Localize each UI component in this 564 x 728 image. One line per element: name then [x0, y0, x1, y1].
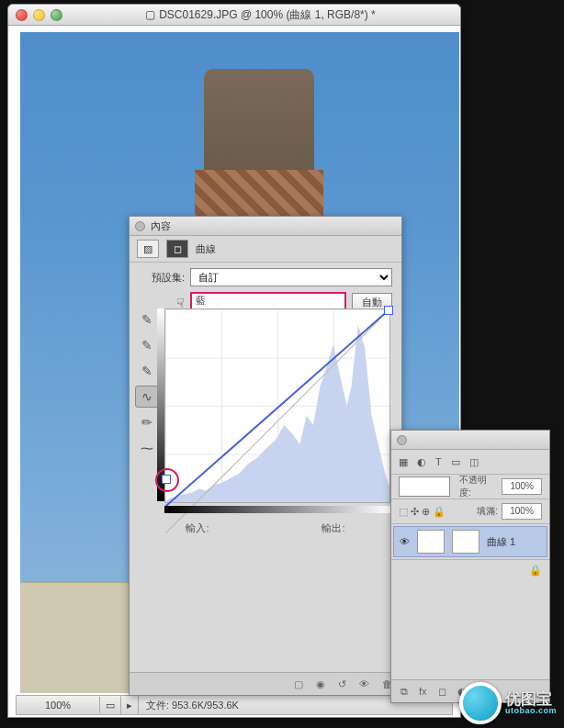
- logo-text: 优图宝: [505, 691, 557, 707]
- filter-shape-icon[interactable]: ▭: [451, 456, 460, 468]
- adjustment-label: 曲線: [196, 242, 216, 256]
- layers-close-icon[interactable]: [397, 435, 407, 445]
- output-label: 輸出:: [321, 522, 344, 533]
- input-label: 輸入:: [186, 522, 209, 533]
- properties-footer: ▢ ◉ ↺ 👁 🗑: [130, 672, 401, 695]
- titlebar: ▢ DSC01629.JPG @ 100% (曲線 1, RGB/8*) *: [8, 5, 460, 26]
- curve-point-high[interactable]: [384, 306, 393, 315]
- io-row: 輸入: 輸出:: [130, 521, 401, 535]
- preset-select[interactable]: 自訂: [190, 268, 392, 286]
- logo-icon: [459, 682, 502, 724]
- curves-graph[interactable]: [164, 308, 390, 503]
- curve-tools: ✎ ✎ ✎ ∿ ✏ ⁓: [135, 308, 159, 459]
- statusbar: 100% ▭ ▸ 文件: 953.6K/953.6K: [16, 695, 453, 715]
- properties-panel: 內容 ▨ ◻ 曲線 預設集: 自訂 ☟ 藍 自動 ✎ ✎ ✎ ∿ ✏ ⁓: [129, 216, 402, 696]
- zoom-button[interactable]: [51, 9, 62, 21]
- curve-edit-icon[interactable]: ∿: [135, 386, 159, 408]
- panel-close-icon[interactable]: [135, 221, 145, 231]
- close-button[interactable]: [16, 9, 28, 21]
- fill-value[interactable]: 100%: [502, 503, 542, 520]
- filter-adjust-icon[interactable]: ◐: [417, 456, 426, 468]
- eyedropper-white-icon[interactable]: ✎: [135, 360, 159, 382]
- preset-label: 預設集:: [139, 271, 185, 285]
- blend-select[interactable]: [399, 476, 450, 497]
- statusbar-arrow-icon[interactable]: ▸: [121, 696, 139, 714]
- blend-row: 不透明度: 100%: [391, 475, 549, 499]
- pencil-icon[interactable]: ✏: [135, 411, 159, 433]
- lock-icons[interactable]: ⬚ ✣ ⊕ 🔒: [399, 506, 446, 518]
- mask-add-icon[interactable]: ◻: [438, 686, 446, 698]
- lock-row: ⬚ ✣ ⊕ 🔒 填滿: 100%: [391, 499, 549, 524]
- layer-item[interactable]: 👁 曲線 1: [393, 526, 547, 557]
- eyedropper-black-icon[interactable]: ✎: [135, 308, 159, 330]
- layer-lock-row: 🔒: [391, 559, 549, 580]
- filter-row: ▦ ◐ T ▭ ◫: [391, 450, 549, 475]
- layers-panel: ▦ ◐ T ▭ ◫ 不透明度: 100% ⬚ ✣ ⊕ 🔒 填滿: 100% 👁 …: [390, 430, 550, 703]
- highlight-ring: [155, 468, 179, 492]
- logo-url: utobao.com: [505, 707, 557, 715]
- layer-name[interactable]: 曲線 1: [487, 535, 515, 549]
- watermark-logo: 优图宝 utobao.com: [459, 682, 560, 724]
- minimize-button[interactable]: [33, 9, 45, 21]
- window-title: ▢ DSC01629.JPG @ 100% (曲線 1, RGB/8*) *: [68, 7, 453, 23]
- clip-icon[interactable]: ▢: [294, 678, 303, 690]
- reset-icon[interactable]: ↺: [338, 678, 346, 690]
- zoom-level[interactable]: 100%: [17, 697, 100, 713]
- mask-icon[interactable]: ◻: [166, 240, 188, 258]
- visibility-icon[interactable]: 👁: [359, 678, 369, 689]
- proxy-icon: ▢: [145, 8, 155, 21]
- opacity-label: 不透明度:: [459, 474, 498, 499]
- eye-icon[interactable]: 👁: [400, 536, 410, 547]
- lock-icon[interactable]: 🔒: [529, 565, 542, 577]
- fill-label: 填滿:: [477, 505, 498, 518]
- layers-header[interactable]: [391, 431, 549, 450]
- layer-thumb[interactable]: [417, 530, 445, 554]
- svg-line-1: [165, 309, 389, 507]
- filesize-display[interactable]: 文件: 953.6K/953.6K: [139, 699, 239, 712]
- adjustment-type-row: ▨ ◻ 曲線: [130, 236, 401, 263]
- statusbar-icon[interactable]: ▭: [100, 696, 121, 714]
- curves-icon[interactable]: ▨: [137, 240, 159, 258]
- view-previous-icon[interactable]: ◉: [316, 678, 325, 690]
- link-icon[interactable]: ⧉: [400, 686, 408, 698]
- filter-type-icon[interactable]: T: [435, 456, 442, 467]
- eyedropper-gray-icon[interactable]: ✎: [135, 334, 159, 356]
- smooth-icon[interactable]: ⁓: [135, 437, 159, 459]
- filter-smart-icon[interactable]: ◫: [469, 456, 479, 468]
- opacity-value[interactable]: 100%: [502, 478, 542, 495]
- input-gradient: [164, 506, 390, 513]
- fx-icon[interactable]: fx: [419, 686, 427, 697]
- filter-pixel-icon[interactable]: ▦: [399, 456, 408, 468]
- mask-thumb[interactable]: [452, 530, 479, 554]
- panel-header[interactable]: 內容: [130, 217, 401, 236]
- panel-title: 內容: [151, 219, 171, 233]
